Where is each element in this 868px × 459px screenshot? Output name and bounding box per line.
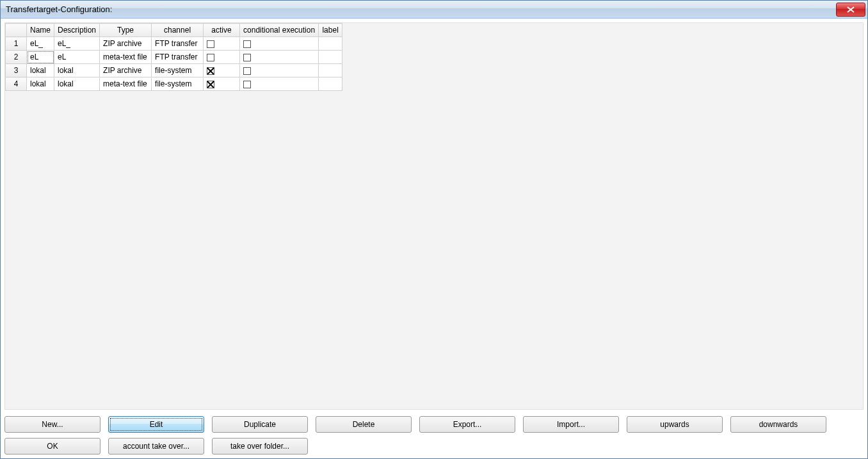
cell-conditional[interactable] <box>240 51 319 64</box>
titlebar: Transfertarget-Configuration: <box>1 1 867 19</box>
downwards-button[interactable]: downwards <box>730 416 826 433</box>
header-row: Name Description Type channel active con… <box>6 24 342 37</box>
table-row[interactable]: 1eL_eL_ZIP archiveFTP transfer <box>6 37 342 51</box>
col-active[interactable]: active <box>204 24 240 37</box>
cell-active[interactable] <box>204 51 240 64</box>
cell-conditional[interactable] <box>240 77 319 91</box>
conditional-checkbox[interactable] <box>243 67 251 75</box>
active-checkbox[interactable] <box>207 40 214 48</box>
cell-label[interactable] <box>319 77 342 91</box>
row-number[interactable]: 2 <box>6 51 27 64</box>
table-row[interactable]: 2eLeLmeta-text fileFTP transfer <box>6 51 342 64</box>
cell-description[interactable]: eL <box>54 51 100 64</box>
button-area: New...EditDuplicateDeleteExport...Import… <box>4 410 864 455</box>
cell-name[interactable]: eL_ <box>27 37 54 51</box>
col-type[interactable]: Type <box>100 24 152 37</box>
row-number[interactable]: 4 <box>6 77 27 91</box>
active-checkbox[interactable] <box>207 67 214 75</box>
conditional-checkbox[interactable] <box>243 81 251 88</box>
cell-channel[interactable]: file-system <box>152 64 204 77</box>
duplicate-button[interactable]: Duplicate <box>212 416 308 433</box>
conditional-checkbox[interactable] <box>243 54 251 61</box>
cell-conditional[interactable] <box>240 64 319 77</box>
cell-active[interactable] <box>204 37 240 51</box>
cell-label[interactable] <box>319 37 342 51</box>
close-icon <box>847 6 855 13</box>
dialog-window: Transfertarget-Configuration: Name Descr… <box>0 0 868 459</box>
takeover-folder-button[interactable]: take over folder... <box>212 438 308 455</box>
active-checkbox[interactable] <box>207 81 214 88</box>
cell-description[interactable]: eL_ <box>54 37 100 51</box>
cell-name[interactable]: lokal <box>27 77 54 91</box>
new-button[interactable]: New... <box>4 416 100 433</box>
cell-active[interactable] <box>204 64 240 77</box>
client-area: Name Description Type channel active con… <box>1 19 867 458</box>
edit-button[interactable]: Edit <box>108 416 204 433</box>
export-button[interactable]: Export... <box>419 416 515 433</box>
cell-active[interactable] <box>204 77 240 91</box>
import-button[interactable]: Import... <box>523 416 619 433</box>
cell-name[interactable]: eL <box>27 51 54 64</box>
cell-type[interactable]: meta-text file <box>100 51 152 64</box>
button-row-2: OKaccount take over...take over folder..… <box>4 438 864 455</box>
cell-conditional[interactable] <box>240 37 319 51</box>
col-label[interactable]: label <box>319 24 342 37</box>
grid-area: Name Description Type channel active con… <box>4 22 864 410</box>
row-number[interactable]: 1 <box>6 37 27 51</box>
cell-description[interactable]: lokal <box>54 77 100 91</box>
close-button[interactable] <box>836 3 865 17</box>
col-channel[interactable]: channel <box>152 24 204 37</box>
account-takeover-button[interactable]: account take over... <box>108 438 204 455</box>
upwards-button[interactable]: upwards <box>627 416 723 433</box>
cell-type[interactable]: meta-text file <box>100 77 152 91</box>
ok-button[interactable]: OK <box>4 438 100 455</box>
cell-type[interactable]: ZIP archive <box>100 37 152 51</box>
button-row-1: New...EditDuplicateDeleteExport...Import… <box>4 416 864 433</box>
window-title: Transfertarget-Configuration: <box>6 4 112 14</box>
col-description[interactable]: Description <box>54 24 100 37</box>
config-table[interactable]: Name Description Type channel active con… <box>5 23 342 91</box>
conditional-checkbox[interactable] <box>243 40 251 48</box>
cell-label[interactable] <box>319 51 342 64</box>
table-row[interactable]: 4lokallokalmeta-text filefile-system <box>6 77 342 91</box>
table-row[interactable]: 3lokallokalZIP archivefile-system <box>6 64 342 77</box>
cell-channel[interactable]: FTP transfer <box>152 51 204 64</box>
cell-channel[interactable]: file-system <box>152 77 204 91</box>
corner-header[interactable] <box>6 24 27 37</box>
cell-name[interactable]: lokal <box>27 64 54 77</box>
row-number[interactable]: 3 <box>6 64 27 77</box>
cell-description[interactable]: lokal <box>54 64 100 77</box>
active-checkbox[interactable] <box>207 54 214 61</box>
delete-button[interactable]: Delete <box>316 416 412 433</box>
col-name[interactable]: Name <box>27 24 54 37</box>
cell-channel[interactable]: FTP transfer <box>152 37 204 51</box>
cell-type[interactable]: ZIP archive <box>100 64 152 77</box>
cell-label[interactable] <box>319 64 342 77</box>
col-conditional[interactable]: conditional execution <box>240 24 319 37</box>
